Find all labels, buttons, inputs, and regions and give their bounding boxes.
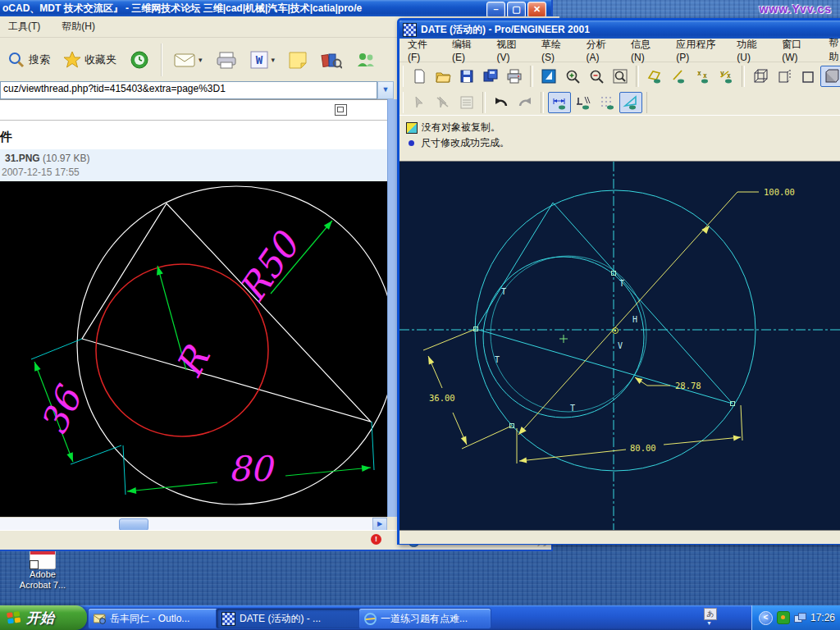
repaint-button[interactable] [537, 66, 560, 87]
zoom-out-button[interactable] [585, 66, 608, 87]
word-dropdown-caret: ▾ [272, 56, 276, 64]
undo-button[interactable] [490, 92, 513, 113]
constraint-line-icon [670, 68, 687, 84]
history-button[interactable] [126, 47, 153, 73]
browser-title: oCAD、MDT 技术交流区』 - 三维网技术论坛 三维|cad|机械|汽车|技… [0, 2, 470, 16]
menu-help[interactable]: 帮助(H) [62, 20, 95, 34]
svg-text:x: x [697, 70, 701, 77]
constraint-xcoord-button[interactable]: xx [691, 66, 714, 87]
save-as-button[interactable] [479, 66, 502, 87]
svg-text:W: W [255, 53, 262, 66]
outlook-icon [94, 613, 106, 624]
new-file-icon [411, 68, 427, 84]
menu-info[interactable]: 信息(N) [631, 38, 658, 63]
menu-utilities[interactable]: 功能(U) [737, 38, 764, 63]
page-error-icon: ! [371, 534, 381, 545]
constraint-line-button[interactable] [667, 66, 690, 87]
redo-button[interactable] [514, 92, 536, 113]
tray-clock: 17:26 [810, 612, 835, 623]
menu-edit[interactable]: 编辑(E) [452, 38, 479, 63]
menu-window[interactable]: 窗口(W) [782, 38, 810, 63]
close-button[interactable]: ✕ [527, 2, 546, 18]
watermark: www.Yvv.cs [759, 2, 832, 16]
attachment-heading: 件 [0, 130, 12, 145]
proe-titlebar[interactable]: DATE (活动的) - Pro/ENGINEER 2001 [399, 21, 840, 39]
maximize-button[interactable]: ▢ [507, 2, 526, 18]
toggle-constraint-display-button[interactable] [572, 92, 595, 113]
zoom-in-button[interactable] [561, 66, 584, 87]
minimize-button[interactable]: – [486, 2, 505, 18]
wireframe-cube-icon [752, 68, 769, 84]
open-file-button[interactable] [431, 66, 454, 87]
constraint-display-icon [575, 94, 591, 111]
messenger-button[interactable] [351, 47, 381, 73]
network-tray-icon[interactable] [794, 613, 806, 623]
browser-titlebar[interactable]: oCAD、MDT 技术交流区』 - 三维网技术论坛 三维|cad|机械|汽车|技… [0, 0, 551, 16]
zoom-fit-icon [612, 68, 628, 84]
file-size: (10.97 KB) [43, 153, 89, 164]
file-name: 31.PNG [5, 153, 40, 164]
message-icon [406, 122, 418, 134]
attachment-file[interactable]: 31.PNG (10.97 KB) [5, 153, 89, 164]
message-line-2: 尺寸修改成功完成。 [421, 135, 509, 151]
display-shaded-button[interactable] [820, 66, 840, 87]
task-proe[interactable]: DATE (活动的) - ... [216, 608, 364, 629]
print-button[interactable] [503, 66, 526, 87]
menu-sketch[interactable]: 草绘(S) [541, 38, 568, 63]
menu-view[interactable]: 视图(V) [497, 38, 524, 63]
toggle-grid-display-button[interactable] [596, 92, 619, 113]
menu-analysis[interactable]: 分析(A) [587, 38, 614, 63]
dictionary-button[interactable] [317, 47, 346, 73]
print-button[interactable] [212, 48, 241, 72]
nohidden-cube-icon [800, 68, 816, 84]
search-button[interactable]: 搜索 [3, 48, 54, 72]
proe-drawing-canvas[interactable]: 100.00 28.78 36.00 80.00 T T T T H V [399, 161, 840, 531]
vertical-label: V [618, 341, 623, 350]
display-wireframe-button[interactable] [749, 66, 772, 87]
save-button[interactable] [455, 66, 478, 87]
new-file-button[interactable] [408, 66, 431, 87]
display-hiddenline-button[interactable] [773, 66, 796, 87]
toggle-dimension-display-button[interactable] [548, 92, 571, 113]
constraint-ycoord-button[interactable]: yx [714, 66, 737, 87]
dim-text-r: R [167, 339, 218, 385]
horizontal-scrollbar[interactable]: ▶ [0, 517, 387, 531]
menu-file[interactable]: 文件(F) [408, 38, 434, 63]
address-dropdown-button[interactable]: ▼ [377, 81, 394, 99]
dimension-display-icon [551, 94, 568, 111]
menu-applications[interactable]: 应用程序(P) [676, 38, 719, 63]
select-items-button [408, 92, 431, 113]
tangent-label: T [619, 279, 624, 288]
display-nohidden-button[interactable] [797, 66, 819, 87]
menu-help[interactable]: 帮助 [829, 36, 840, 64]
language-bar-icon[interactable]: あ [704, 608, 717, 620]
toggle-vertex-display-button[interactable] [619, 92, 642, 113]
note-button[interactable] [284, 47, 312, 73]
edit-word-button[interactable]: W ▾ [246, 48, 280, 72]
repaint-icon [541, 68, 557, 84]
desktop-icon-adobe-acrobat[interactable]: ↗ AdobeAcrobat 7... [13, 546, 72, 591]
proe-statusbar [399, 531, 840, 544]
proe-sketch: 100.00 28.78 36.00 80.00 T T T T H V [399, 162, 840, 530]
language-bar-caret[interactable]: ▼ [706, 620, 712, 626]
message-bullet-icon [409, 140, 414, 146]
zoom-fit-button[interactable] [609, 66, 632, 87]
address-input[interactable]: cuz/viewthread.php?tid=415403&extra=page… [0, 81, 377, 99]
tray-app-icon[interactable] [777, 611, 790, 624]
start-button[interactable]: 开始 [0, 605, 87, 630]
task-browser[interactable]: 一道练习题有点难... [358, 608, 491, 629]
mail-button[interactable]: ▾ [170, 48, 207, 71]
open-folder-icon [435, 68, 451, 84]
menu-tools[interactable]: 工具(T) [8, 20, 40, 34]
scrollbar-thumb[interactable] [119, 518, 148, 531]
hide-icons-chevron[interactable]: < [759, 611, 773, 625]
favorites-button[interactable]: 收藏夹 [59, 48, 121, 72]
mail-dropdown-caret: ▾ [199, 56, 203, 64]
popout-icon[interactable] [335, 104, 347, 116]
word-icon: W [250, 51, 268, 69]
task-outlook[interactable]: 岳丰同仁 - Outlo... [88, 608, 222, 629]
proe-title: DATE (活动的) - Pro/ENGINEER 2001 [421, 23, 590, 37]
vertex-display-icon [623, 94, 639, 111]
shaded-cube-icon [824, 68, 840, 84]
constraint-modify-button[interactable] [643, 66, 666, 87]
